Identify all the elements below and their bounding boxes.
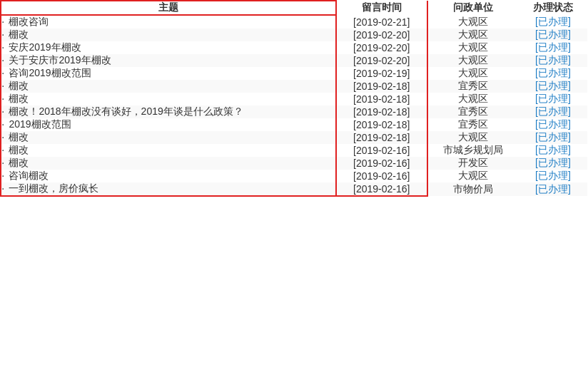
status-cell[interactable]: [已办理] bbox=[519, 15, 587, 29]
dept-cell: 宜秀区 bbox=[427, 80, 519, 93]
subject-text[interactable]: 关于安庆市2019年棚改 bbox=[9, 54, 111, 67]
status-cell[interactable]: [已办理] bbox=[519, 131, 587, 144]
status-link[interactable]: [已办理] bbox=[535, 170, 571, 181]
status-link[interactable]: [已办理] bbox=[535, 67, 571, 78]
subject-cell: · 咨询棚改 bbox=[1, 170, 336, 182]
date-cell: [2019-02-20] bbox=[336, 41, 427, 54]
dept-cell: 大观区 bbox=[427, 170, 519, 182]
dept-cell: 市物价局 bbox=[427, 182, 519, 196]
status-cell[interactable]: [已办理] bbox=[519, 105, 587, 118]
subject-text[interactable]: 棚改！2018年棚改没有谈好，2019年谈是什么政策？ bbox=[9, 105, 243, 118]
subject-text[interactable]: 安庆2019年棚改 bbox=[9, 41, 81, 54]
table-row: · 棚改 [2019-02-16]市城乡规划局[已办理] bbox=[1, 144, 587, 157]
subject-cell: · 安庆2019年棚改 bbox=[1, 41, 336, 54]
date-cell: [2019-02-19] bbox=[336, 67, 427, 80]
subject-text[interactable]: 咨询2019棚改范围 bbox=[9, 67, 91, 80]
subject-cell: · 棚改 bbox=[1, 131, 336, 144]
table-row: · 咨询2019棚改范围 [2019-02-19]大观区[已办理] bbox=[1, 67, 587, 80]
status-link[interactable]: [已办理] bbox=[535, 80, 571, 91]
subject-cell: · 关于安庆市2019年棚改 bbox=[1, 54, 336, 67]
bullet-icon: · bbox=[1, 93, 4, 105]
dept-cell: 大观区 bbox=[427, 131, 519, 144]
status-link[interactable]: [已办理] bbox=[535, 144, 571, 155]
status-cell[interactable]: [已办理] bbox=[519, 157, 587, 170]
status-link[interactable]: [已办理] bbox=[535, 41, 571, 53]
subject-cell: · 棚改 bbox=[1, 93, 336, 105]
status-cell[interactable]: [已办理] bbox=[519, 144, 587, 157]
bullet-icon: · bbox=[1, 67, 4, 80]
dept-cell: 宜秀区 bbox=[427, 118, 519, 131]
status-cell[interactable]: [已办理] bbox=[519, 118, 587, 131]
status-link[interactable]: [已办理] bbox=[535, 105, 571, 117]
subject-text[interactable]: 2019棚改范围 bbox=[9, 118, 71, 131]
table-row: · 2019棚改范围 [2019-02-18]宜秀区[已办理] bbox=[1, 118, 587, 131]
subject-cell: · 棚改！2018年棚改没有谈好，2019年谈是什么政策？ bbox=[1, 105, 336, 118]
status-link[interactable]: [已办理] bbox=[535, 93, 571, 104]
status-cell[interactable]: [已办理] bbox=[519, 41, 587, 54]
bullet-icon: · bbox=[1, 170, 4, 182]
status-link[interactable]: [已办理] bbox=[535, 54, 571, 66]
subject-cell: · 棚改 bbox=[1, 29, 336, 41]
subject-cell: · 咨询2019棚改范围 bbox=[1, 67, 336, 80]
table-row: · 棚改！2018年棚改没有谈好，2019年谈是什么政策？ [2019-02-1… bbox=[1, 105, 587, 118]
subject-text[interactable]: 棚改 bbox=[9, 93, 29, 105]
subject-cell: · 棚改 bbox=[1, 157, 336, 170]
bullet-icon: · bbox=[1, 80, 4, 93]
dept-cell: 大观区 bbox=[427, 15, 519, 29]
subject-text[interactable]: 棚改 bbox=[9, 29, 29, 41]
header-dept: 问政单位 bbox=[427, 1, 519, 15]
subject-text[interactable]: 棚改 bbox=[9, 131, 29, 144]
status-cell[interactable]: [已办理] bbox=[519, 54, 587, 67]
bullet-icon: · bbox=[1, 144, 4, 157]
dept-cell: 大观区 bbox=[427, 93, 519, 105]
subject-text[interactable]: 棚改咨询 bbox=[9, 16, 49, 29]
header-subject: 主题 bbox=[1, 1, 336, 15]
date-cell: [2019-02-16] bbox=[336, 157, 427, 170]
dept-cell: 宜秀区 bbox=[427, 105, 519, 118]
date-cell: [2019-02-18] bbox=[336, 118, 427, 131]
status-link[interactable]: [已办理] bbox=[535, 183, 571, 195]
bullet-icon: · bbox=[1, 157, 4, 170]
table-row: · 咨询棚改 [2019-02-16]大观区[已办理] bbox=[1, 170, 587, 182]
subject-text[interactable]: 棚改 bbox=[9, 144, 29, 157]
table-row: · 棚改 [2019-02-20]大观区[已办理] bbox=[1, 29, 587, 41]
subject-cell: · 2019棚改范围 bbox=[1, 118, 336, 131]
status-cell[interactable]: [已办理] bbox=[519, 80, 587, 93]
status-link[interactable]: [已办理] bbox=[535, 157, 571, 168]
date-cell: [2019-02-20] bbox=[336, 29, 427, 41]
table-row: · 安庆2019年棚改 [2019-02-20]大观区[已办理] bbox=[1, 41, 587, 54]
subject-text[interactable]: 一到棚改，房价疯长 bbox=[9, 182, 98, 195]
subject-text[interactable]: 棚改 bbox=[9, 157, 29, 170]
status-link[interactable]: [已办理] bbox=[535, 131, 571, 143]
table-row: · 棚改 [2019-02-18]宜秀区[已办理] bbox=[1, 80, 587, 93]
table-row: · 棚改 [2019-02-18]大观区[已办理] bbox=[1, 131, 587, 144]
status-cell[interactable]: [已办理] bbox=[519, 29, 587, 41]
date-cell: [2019-02-18] bbox=[336, 80, 427, 93]
data-table: 主题 留言时间 问政单位 办理状态 · 棚改咨询 [2019-02-21]大观区… bbox=[0, 0, 588, 197]
main-container: 主题 留言时间 问政单位 办理状态 · 棚改咨询 [2019-02-21]大观区… bbox=[0, 0, 588, 392]
dept-cell: 开发区 bbox=[427, 157, 519, 170]
subject-text[interactable]: 棚改 bbox=[9, 80, 29, 93]
status-link[interactable]: [已办理] bbox=[535, 118, 571, 130]
date-cell: [2019-02-16] bbox=[336, 182, 427, 196]
bullet-icon: · bbox=[1, 105, 4, 118]
date-cell: [2019-02-20] bbox=[336, 54, 427, 67]
bullet-icon: · bbox=[1, 182, 4, 195]
subject-cell: · 一到棚改，房价疯长 bbox=[1, 182, 336, 196]
bullet-icon: · bbox=[1, 54, 4, 67]
table-row: · 关于安庆市2019年棚改 [2019-02-20]大观区[已办理] bbox=[1, 54, 587, 67]
subject-text[interactable]: 咨询棚改 bbox=[9, 170, 49, 182]
status-link[interactable]: [已办理] bbox=[535, 29, 571, 40]
table-row: · 棚改咨询 [2019-02-21]大观区[已办理] bbox=[1, 15, 587, 29]
header-status: 办理状态 bbox=[519, 1, 587, 15]
date-cell: [2019-02-16] bbox=[336, 144, 427, 157]
status-cell[interactable]: [已办理] bbox=[519, 170, 587, 182]
subject-cell: · 棚改咨询 bbox=[1, 15, 336, 29]
status-cell[interactable]: [已办理] bbox=[519, 93, 587, 105]
table-row: · 棚改 [2019-02-16]开发区[已办理] bbox=[1, 157, 587, 170]
status-cell[interactable]: [已办理] bbox=[519, 182, 587, 196]
date-cell: [2019-02-16] bbox=[336, 170, 427, 182]
date-cell: [2019-02-21] bbox=[336, 15, 427, 29]
status-link[interactable]: [已办理] bbox=[535, 16, 571, 27]
status-cell[interactable]: [已办理] bbox=[519, 67, 587, 80]
